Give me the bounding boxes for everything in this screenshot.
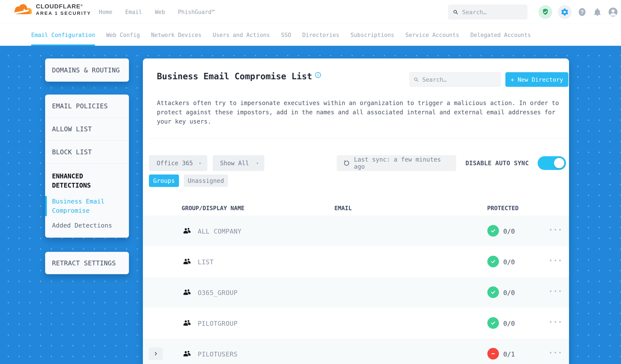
global-search[interactable] bbox=[448, 4, 528, 19]
tab-users-and-actions[interactable]: Users and Actions bbox=[213, 24, 270, 46]
logo-subtitle: AREA 1 SECURITY bbox=[36, 11, 91, 16]
tab-delegated-accounts[interactable]: Delegated Accounts bbox=[470, 24, 531, 46]
protected-status-badge bbox=[487, 317, 499, 329]
directory-type-dropdown[interactable]: Office 365 ▾ bbox=[149, 155, 207, 171]
row-menu-button[interactable]: ••• bbox=[549, 227, 563, 233]
tab-sso[interactable]: SSO bbox=[281, 24, 291, 46]
group-name: PILOTGROUP bbox=[198, 320, 238, 327]
toggle-knob bbox=[554, 158, 564, 168]
protected-count: 0/0 bbox=[503, 258, 515, 266]
sidebar-item-retract-settings[interactable]: RETRACT SETTINGS bbox=[45, 259, 116, 267]
view-tab-groups[interactable]: Groups bbox=[149, 174, 179, 187]
sidebar-item-allow-list[interactable]: ALLOW LIST bbox=[45, 125, 92, 133]
directory-search-input[interactable] bbox=[422, 76, 497, 83]
help-button[interactable]: ? bbox=[577, 7, 587, 17]
tab-subscriptions[interactable]: Subscriptions bbox=[350, 24, 394, 46]
table-header: GROUP/DISPLAY NAME EMAIL PROTECTED bbox=[143, 201, 569, 216]
gear-icon bbox=[560, 8, 569, 16]
cloudflare-logo[interactable]: CLOUDFLARE® AREA 1 SECURITY bbox=[12, 2, 91, 16]
row-menu-button[interactable]: ••• bbox=[549, 288, 563, 295]
last-sync-label: Last sync: a few minutes ago bbox=[354, 156, 450, 170]
group-name: ALL COMPANY bbox=[198, 227, 242, 235]
sidebar-item-block-list[interactable]: BLOCK LIST bbox=[45, 148, 92, 156]
group-table: ALL COMPANY 0/0 ••• LIST bbox=[143, 216, 569, 364]
column-header-group-display-name: GROUP/DISPLAY NAME bbox=[182, 205, 244, 211]
nav-home[interactable]: Home bbox=[99, 9, 112, 15]
question-icon: ? bbox=[577, 7, 587, 17]
caret-down-icon: ▾ bbox=[256, 160, 259, 166]
table-row[interactable]: O365_GROUP 0/0 ••• bbox=[143, 277, 569, 308]
logo-title: CLOUDFLARE® bbox=[36, 3, 91, 10]
header-icon-row: ? bbox=[538, 0, 619, 24]
cloudflare-cloud-icon bbox=[12, 2, 34, 16]
protected-status-badge bbox=[487, 286, 499, 298]
nav-email[interactable]: Email bbox=[125, 9, 142, 15]
sidebar-section-enhanced-detections: ENHANCED DETECTIONS bbox=[45, 164, 129, 190]
nav-phishguard[interactable]: PhishGuard™ bbox=[178, 9, 215, 15]
group-icon bbox=[183, 319, 191, 327]
svg-text:?: ? bbox=[580, 9, 584, 15]
column-header-email: EMAIL bbox=[334, 205, 352, 211]
expand-row-button[interactable] bbox=[149, 347, 163, 360]
sidebar-card-policies: EMAIL POLICIES ALLOW LIST BLOCK LIST ENH… bbox=[45, 95, 129, 238]
table-row[interactable]: LIST 0/0 ••• bbox=[143, 246, 569, 277]
last-sync-button[interactable]: Last sync: a few minutes ago bbox=[337, 155, 456, 171]
refresh-icon bbox=[343, 159, 350, 167]
table-row[interactable]: PILOTUSERS 0/1 ••• bbox=[143, 338, 569, 364]
sidebar-card-retract-settings[interactable]: RETRACT SETTINGS bbox=[45, 252, 129, 274]
show-filter-dropdown[interactable]: Show All ▾ bbox=[213, 155, 264, 171]
security-shield-button[interactable] bbox=[538, 5, 552, 19]
notifications-button[interactable] bbox=[593, 7, 602, 17]
protected-status-badge bbox=[487, 256, 499, 267]
bell-icon bbox=[593, 7, 602, 17]
sidebar-card-domains-routing[interactable]: DOMAINS & ROUTING bbox=[45, 58, 129, 82]
protected-count: 0/1 bbox=[503, 350, 515, 358]
group-name: PILOTUSERS bbox=[198, 350, 238, 358]
sidebar-item-email-policies[interactable]: EMAIL POLICIES bbox=[45, 102, 108, 110]
auto-sync-label: DISABLE AUTO SYNC bbox=[466, 158, 529, 169]
global-search-input[interactable] bbox=[462, 9, 523, 16]
search-icon bbox=[453, 9, 458, 15]
search-icon bbox=[414, 76, 419, 83]
view-tab-unassigned[interactable]: Unassigned bbox=[184, 174, 228, 187]
settings-button[interactable] bbox=[558, 5, 571, 19]
page-description: Attackers often try to impersonate execu… bbox=[157, 98, 566, 126]
nav-web[interactable]: Web bbox=[155, 9, 165, 15]
table-row[interactable]: ALL COMPANY 0/0 ••• bbox=[143, 216, 569, 246]
sidebar-item-added-detections[interactable]: Added Detections bbox=[45, 222, 129, 238]
sidebar-item-domains-routing[interactable]: DOMAINS & ROUTING bbox=[45, 66, 120, 74]
auto-sync-toggle[interactable] bbox=[538, 156, 566, 170]
account-button[interactable] bbox=[608, 7, 619, 17]
chevron-right-icon bbox=[153, 351, 159, 356]
row-menu-button[interactable]: ••• bbox=[549, 350, 563, 356]
protected-count: 0/0 bbox=[503, 320, 515, 327]
group-icon bbox=[183, 257, 191, 266]
group-name: O365_GROUP bbox=[198, 289, 238, 296]
tab-network-devices[interactable]: Network Devices bbox=[151, 24, 202, 46]
new-directory-button[interactable]: + New Directory bbox=[505, 72, 568, 87]
info-icon[interactable] bbox=[315, 72, 321, 79]
primary-nav: Home Email Web PhishGuard™ bbox=[99, 0, 215, 24]
directory-search[interactable] bbox=[409, 72, 501, 87]
protected-count: 0/0 bbox=[503, 227, 515, 235]
top-header: CLOUDFLARE® AREA 1 SECURITY Home Email W… bbox=[0, 0, 621, 24]
app-window: CLOUDFLARE® AREA 1 SECURITY Home Email W… bbox=[0, 0, 621, 364]
caret-down-icon: ▾ bbox=[199, 160, 201, 166]
table-row[interactable]: PILOTGROUP 0/0 ••• bbox=[143, 308, 569, 338]
tab-directories[interactable]: Directories bbox=[302, 24, 339, 46]
row-menu-button[interactable]: ••• bbox=[549, 258, 563, 264]
tab-email-configuration[interactable]: Email Configuration bbox=[31, 24, 95, 46]
protected-count: 0/0 bbox=[503, 289, 515, 296]
tab-web-config[interactable]: Web Config bbox=[106, 24, 140, 46]
shield-check-icon bbox=[541, 8, 550, 16]
main-content-card: Business Email Compromise List + New Dir… bbox=[143, 58, 569, 364]
show-filter-value: Show All bbox=[220, 160, 249, 167]
tab-service-accounts[interactable]: Service Accounts bbox=[405, 24, 459, 46]
registered-mark: ® bbox=[81, 3, 83, 7]
sidebar-item-business-email-compromise[interactable]: Business Email Compromise bbox=[45, 195, 129, 217]
secondary-nav: Email Configuration Web Config Network D… bbox=[0, 24, 621, 46]
secondary-nav-tabs: Email Configuration Web Config Network D… bbox=[31, 24, 531, 46]
row-menu-button[interactable]: ••• bbox=[549, 319, 563, 325]
group-icon bbox=[183, 349, 191, 358]
new-directory-label: + New Directory bbox=[511, 76, 563, 83]
